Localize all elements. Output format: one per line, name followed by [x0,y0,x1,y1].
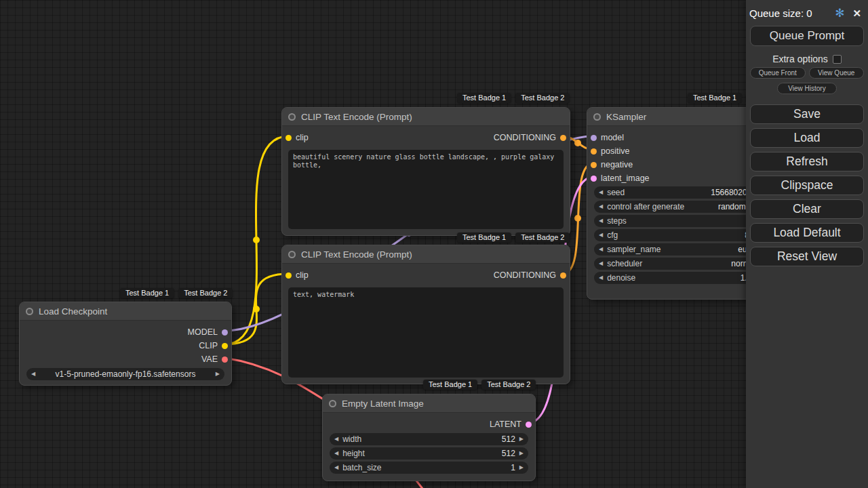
output-dot-model[interactable] [222,329,228,336]
prev-arrow-icon[interactable]: ◀ [599,190,603,195]
height-label: height [342,449,365,458]
slot-row: clip CONDITIONING [282,268,570,282]
next-arrow-icon[interactable]: ▶ [519,436,524,442]
input-label-positive: positive [601,146,629,156]
test-badge: Test Badge 1 [120,288,174,298]
panel-button-stack: Save Load Refresh Clipspace Clear Load D… [746,104,868,266]
badges-clip-encode-negative: Test Badge 1 Test Badge 2 [457,232,570,243]
slot-row: VAE [20,352,231,366]
node-graph-canvas[interactable]: Load Checkpoint MODEL CLIP VAE ◀ v1-5-pr… [0,0,868,488]
node-clip-text-encode-negative[interactable]: CLIP Text Encode (Prompt) clip CONDITION… [281,245,570,384]
output-dot-latent[interactable] [526,422,532,428]
refresh-button[interactable]: Refresh [750,152,864,171]
settings-gear-icon[interactable]: ✻ [835,6,844,20]
output-dot-conditioning[interactable] [560,135,566,141]
input-label-negative: negative [601,160,633,169]
prompt-textarea[interactable]: text, watermark [288,287,564,378]
extra-options-checkbox[interactable] [833,55,842,64]
input-dot-positive[interactable] [591,148,597,155]
input-dot-negative[interactable] [591,162,597,168]
output-label-vae: VAE [201,354,218,364]
next-arrow-icon[interactable]: ▶ [519,465,524,470]
ckpt-name-widget[interactable]: ◀ v1-5-pruned-emaonly-fp16.safetensors ▶ [26,368,224,380]
test-badge: Test Badge 1 [457,93,511,103]
output-dot-vae[interactable] [222,357,228,363]
batch-size-widget[interactable]: ◀ batch_size 1 ▶ [330,462,528,474]
slot-row: LATENT [323,418,535,431]
node-title: CLIP Text Encode (Prompt) [301,112,412,122]
input-dot-clip[interactable] [285,272,292,279]
prompt-textarea[interactable]: beautiful scenery nature glass bottle la… [288,150,564,229]
node-title-bar[interactable]: Load Checkpoint [20,302,231,321]
collapse-dot[interactable] [288,251,296,258]
batch-size-value: 1 [511,463,515,472]
collapse-dot[interactable] [593,113,601,121]
view-queue-button[interactable]: View Queue [809,67,865,79]
test-badge: Test Badge 2 [481,380,536,390]
prev-arrow-icon[interactable]: ◀ [599,204,603,209]
input-dot-clip[interactable] [285,135,292,141]
control-after-generate-label: control after generate [607,202,684,211]
view-history-row: View History [746,83,868,94]
input-dot-model[interactable] [591,135,597,141]
queue-size-label: Queue size: 0 [749,7,812,19]
badges-clip-encode-positive: Test Badge 1 Test Badge 2 [457,93,570,103]
steps-label: steps [607,216,627,226]
test-badge: Test Badge 1 [423,380,477,390]
close-icon[interactable]: ✕ [852,7,861,20]
node-title-bar[interactable]: Empty Latent Image [323,394,535,413]
prev-arrow-icon[interactable]: ◀ [31,371,35,377]
sampler-name-label: sampler_name [607,245,660,254]
extra-options-row: Extra options [746,54,868,64]
node-title-bar[interactable]: CLIP Text Encode (Prompt) [282,108,570,126]
ckpt-name-value: v1-5-pruned-emaonly-fp16.safetensors [39,369,212,379]
height-widget[interactable]: ◀ height 512 ▶ [330,447,528,460]
panel-header: Queue size: 0 ✻ ✕ [746,0,868,20]
queue-front-button[interactable]: Queue Front [750,67,806,79]
reset-view-button[interactable]: Reset View [750,247,864,266]
node-title: CLIP Text Encode (Prompt) [301,249,412,260]
cfg-label: cfg [607,230,618,240]
next-arrow-icon[interactable]: ▶ [519,451,524,456]
prev-arrow-icon[interactable]: ◀ [599,218,603,224]
width-widget[interactable]: ◀ width 512 ▶ [330,433,528,445]
node-load-checkpoint[interactable]: Load Checkpoint MODEL CLIP VAE ◀ v1-5-pr… [19,302,232,386]
height-value: 512 [502,449,515,458]
save-button[interactable]: Save [750,104,864,124]
collapse-dot[interactable] [26,308,33,315]
clear-button[interactable]: Clear [750,199,864,219]
output-label-model: MODEL [188,327,218,337]
next-arrow-icon[interactable]: ▶ [216,371,220,377]
view-history-button[interactable]: View History [777,83,837,94]
prev-arrow-icon[interactable]: ◀ [334,465,338,470]
collapse-dot[interactable] [329,400,336,407]
slot-row: CLIP [20,339,231,352]
slot-list: clip CONDITIONING [282,126,570,144]
output-label-latent: LATENT [490,420,521,429]
collapse-dot[interactable] [288,113,296,121]
output-dot-conditioning[interactable] [560,272,566,279]
output-dot-clip[interactable] [222,343,228,349]
queue-prompt-button[interactable]: Queue Prompt [750,26,864,46]
node-clip-text-encode-positive[interactable]: CLIP Text Encode (Prompt) clip CONDITION… [281,107,570,236]
clipspace-button[interactable]: Clipspace [750,176,864,195]
prev-arrow-icon[interactable]: ◀ [599,232,603,238]
slot-row: clip CONDITIONING [282,131,570,144]
input-dot-latent-image[interactable] [591,176,597,182]
prev-arrow-icon[interactable]: ◀ [599,247,603,252]
link-dot-cond-negative [574,215,581,222]
prev-arrow-icon[interactable]: ◀ [599,275,603,281]
node-title-bar[interactable]: CLIP Text Encode (Prompt) [282,245,570,264]
input-label-model: model [601,133,624,142]
node-title: KSampler [606,112,646,122]
slot-list: clip CONDITIONING [282,264,570,282]
load-button[interactable]: Load [750,128,864,148]
prev-arrow-icon[interactable]: ◀ [599,261,603,266]
prev-arrow-icon[interactable]: ◀ [334,436,338,442]
node-empty-latent-image[interactable]: Empty Latent Image LATENT ◀ width 512 ▶ … [322,394,536,481]
test-badge: Test Badge 1 [688,93,742,103]
load-default-button[interactable]: Load Default [750,223,864,243]
slot-row: MODEL [20,325,231,339]
badges-empty-latent: Test Badge 1 Test Badge 2 [423,380,536,390]
prev-arrow-icon[interactable]: ◀ [334,451,338,456]
